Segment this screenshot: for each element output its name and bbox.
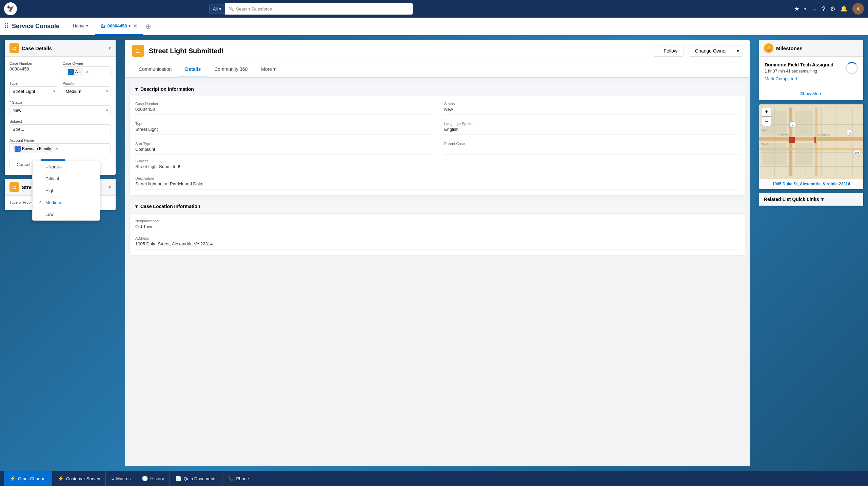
subject-info: Subject Street Light Submitted! (135, 159, 739, 172)
tab-case[interactable]: 🗂 00004458 ▾ ✕ (95, 18, 143, 35)
search-scope-selector[interactable]: All ▾ (209, 4, 225, 14)
help-icon[interactable]: ? (822, 5, 825, 13)
priority-option-none[interactable]: --None-- (33, 161, 100, 173)
tab-case-close-icon[interactable]: ✕ (133, 23, 137, 29)
history-item[interactable]: 🕐 History (136, 471, 170, 486)
case-details-icon: 🗂 (9, 43, 19, 53)
priority-dropdown: --None-- Critical High ✓ Medium Low (32, 161, 100, 221)
svg-text:S Patrick St: S Patrick St (818, 134, 830, 136)
account-tag-icon: 👥 (15, 146, 21, 152)
tab-home[interactable]: Home ▾ (67, 18, 94, 35)
favorites-dropdown-icon[interactable]: ▾ (804, 7, 806, 11)
macros-icon: » (111, 476, 114, 482)
map-svg: S Henry St S Patrick St Duke St Wilkes S… (759, 104, 863, 179)
priority-group: Priority Medium ▾ (63, 81, 111, 96)
case-owner-field[interactable]: 👤 A... ✕ (63, 66, 111, 77)
account-field[interactable]: 👥 Bowman Family ✕ (9, 143, 111, 154)
svg-text:Duke St: Duke St (761, 129, 768, 131)
case-number-owner-row: Case Number 00004458 Case Owner 👤 A... ✕ (9, 61, 111, 77)
app-bar: ⠿ Service Console Home ▾ 🗂 00004458 ▾ ✕ … (0, 18, 868, 35)
tab-communication[interactable]: Communication (132, 62, 178, 77)
quip-documents-item[interactable]: 📄 Quip Documents (170, 471, 222, 486)
nav-icons: ★ ▾ ＋ ? ⚙ 🔔 A (794, 3, 864, 15)
map-zoom-in-button[interactable]: + (762, 107, 771, 117)
subject-input[interactable] (9, 124, 111, 134)
main-tabs-bar: Communication Details Community 360 More… (125, 62, 750, 78)
search-input[interactable] (236, 6, 409, 12)
tab-case-icon: 🗂 (100, 23, 105, 29)
change-owner-group: Change Owner ▾ (689, 45, 743, 57)
priority-option-critical[interactable]: Critical (33, 173, 100, 185)
status-select[interactable]: New (9, 105, 111, 115)
case-header-icon: 🗂 (132, 45, 144, 57)
svg-rect-20 (795, 143, 813, 165)
customer-survey-item[interactable]: ⚡ Customer Survey (52, 471, 106, 486)
favorites-icon[interactable]: ★ (794, 5, 800, 13)
case-number-label: Case Number (9, 61, 58, 65)
type-select-wrap: Street Light ▾ (9, 86, 58, 96)
show-more-button[interactable]: Show More (759, 87, 863, 100)
location-section-body: Neighborhood Old Town Address 1005 Duke … (130, 214, 745, 255)
case-header-card: 🗂 Street Light Submitted! + Follow Chang… (125, 40, 750, 62)
tab-more[interactable]: More ▾ (254, 62, 282, 77)
subject-row: Subject (9, 119, 111, 134)
milestones-card: 🏆 Milestones Dominion Field Tech Assigne… (759, 40, 863, 100)
milestone-time: 1 hr 37 min 41 sec remaining (765, 69, 842, 74)
macros-item[interactable]: » Macros (106, 471, 136, 486)
svg-text:400: 400 (847, 131, 851, 134)
account-remove-icon[interactable]: ✕ (55, 146, 58, 151)
add-icon[interactable]: ＋ (811, 5, 817, 13)
notifications-icon[interactable]: 🔔 (840, 5, 848, 13)
milestone-progress-spinner (846, 62, 858, 74)
type-label: Type (9, 81, 58, 85)
status-row: Status New ▾ (9, 100, 111, 115)
priority-option-medium[interactable]: ✓ Medium (33, 197, 100, 208)
left-panel: 🗂 Case Details ▾ Case Number 00004458 Ca… (0, 35, 120, 471)
omni-channel-item[interactable]: ⚡ Omni-Channel (4, 471, 52, 486)
street-light-chevron-icon[interactable]: ▾ (108, 184, 111, 190)
phone-item[interactable]: 📞 Phone (222, 471, 255, 486)
priority-select-wrap: Medium ▾ (63, 86, 111, 96)
type-info: Type Street Light (135, 122, 431, 135)
parent-case-info: Parent Case - (444, 142, 739, 155)
case-details-chevron-icon[interactable]: ▾ (108, 45, 111, 51)
tab-community360[interactable]: Community 360 (208, 62, 254, 77)
mark-completed-link[interactable]: Mark Completed (765, 76, 797, 81)
right-panel: 🏆 Milestones Dominion Field Tech Assigne… (754, 35, 868, 471)
tab-home-dropdown-icon[interactable]: ▾ (86, 24, 88, 28)
case-details-body: Case Number 00004458 Case Owner 👤 A... ✕ (5, 57, 116, 175)
priority-option-low[interactable]: Low (33, 208, 100, 220)
change-owner-button[interactable]: Change Owner (689, 45, 733, 57)
priority-label: Priority (63, 81, 111, 85)
user-avatar[interactable]: A (852, 3, 864, 15)
account-row: Account Name 👥 Bowman Family ✕ (9, 138, 111, 154)
status-info: Status New (444, 102, 739, 115)
add-tab-icon[interactable]: ⊕ (145, 22, 151, 31)
subject-group: Subject (9, 119, 111, 134)
type-priority-row: Type Street Light ▾ Priority Medium (9, 81, 111, 96)
type-select[interactable]: Street Light (9, 86, 58, 96)
milestones-title: Milestones (776, 45, 803, 51)
description-section: ▾ Description Information Case Number 00… (130, 82, 745, 195)
case-owner-remove-icon[interactable]: ✕ (85, 69, 89, 74)
description-section-header[interactable]: ▾ Description Information (130, 82, 745, 96)
omni-channel-icon: ⚡ (9, 475, 16, 482)
case-details-card: 🗂 Case Details ▾ Case Number 00004458 Ca… (5, 40, 116, 175)
map-zoom-out-button[interactable]: − (762, 117, 771, 126)
subtype-info: Sub-Type Complaint (135, 142, 431, 155)
priority-select[interactable]: Medium (63, 86, 111, 96)
status-label: Status (9, 100, 111, 104)
follow-button[interactable]: + Follow (653, 45, 684, 57)
location-section-header[interactable]: ▾ Case Location Information (130, 200, 745, 214)
tab-case-dropdown-icon[interactable]: ▾ (129, 24, 131, 28)
case-owner-label: Case Owner (63, 61, 111, 65)
account-tag: 👥 Bowman Family (13, 145, 53, 153)
map-address: 1005 Duke St, Alexandria, Virginia 22314 (759, 179, 863, 189)
milestones-header: 🏆 Milestones (759, 40, 863, 57)
change-owner-chevron-icon[interactable]: ▾ (733, 45, 743, 57)
settings-icon[interactable]: ⚙ (830, 5, 835, 13)
grid-icon[interactable]: ⠿ (4, 22, 9, 31)
priority-option-high[interactable]: High (33, 185, 100, 197)
more-chevron-icon: ▾ (273, 66, 276, 72)
tab-details[interactable]: Details (178, 62, 208, 77)
